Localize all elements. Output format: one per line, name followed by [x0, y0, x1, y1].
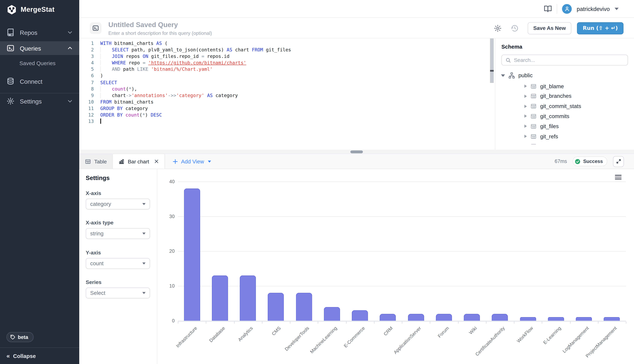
schema-table-git_commits[interactable]: git_commits	[524, 112, 569, 120]
table-icon	[530, 133, 536, 139]
editor-line[interactable]: 6)	[79, 72, 495, 79]
sql-editor[interactable]: 1WITH bitnami_charts AS (2 SELECT path, …	[79, 38, 495, 150]
tab-table[interactable]: Table	[79, 154, 113, 169]
user-menu-caret-icon[interactable]	[615, 8, 619, 10]
pane-splitter[interactable]	[79, 150, 634, 154]
line-number: 12	[79, 112, 94, 118]
x-axis-tick	[486, 322, 486, 324]
settings-title: Settings	[86, 174, 110, 181]
bar-E-Commerce[interactable]	[352, 310, 368, 321]
sidebar-item-queries[interactable]: Queries	[0, 41, 79, 55]
bar-CertificateAuthority[interactable]	[492, 314, 508, 321]
sidebar-item-settings[interactable]: Settings	[0, 94, 79, 108]
tab-bar-chart[interactable]: Bar chart	[113, 154, 165, 169]
x-axis-tick	[402, 322, 402, 324]
bar-WorkFlow[interactable]	[520, 317, 536, 321]
expand-button[interactable]	[613, 156, 624, 167]
schema-search-input[interactable]: Search...	[501, 55, 628, 66]
bar-LogManagement[interactable]	[576, 317, 592, 321]
select-caret-icon	[142, 292, 146, 294]
line-number: 9	[79, 92, 94, 98]
splitter-grip[interactable]	[350, 150, 363, 153]
line-number: 6	[79, 72, 94, 79]
line-number: 3	[79, 53, 94, 60]
editor-line[interactable]: 12ORDER BY count(*) DESC	[79, 112, 495, 118]
x-axis-tick	[430, 322, 430, 324]
select-x-axis-type[interactable]: string	[86, 228, 150, 239]
sidebar-item-saved-queries[interactable]: Saved Queries	[19, 60, 56, 66]
editor-line[interactable]: 5 AND path LIKE 'bitnami/%/Chart.yaml'	[79, 66, 495, 72]
line-number: 7	[79, 79, 94, 86]
bar-Infrastructure[interactable]	[184, 188, 200, 321]
collapse-button[interactable]: « Collapse	[0, 348, 79, 364]
beta-badge: beta	[6, 332, 34, 342]
table-label: git_branches	[540, 93, 572, 99]
editor-line[interactable]: 1WITH bitnami_charts AS (	[79, 40, 495, 46]
table-icon	[530, 113, 536, 119]
sidebar-item-connect[interactable]: Connect	[0, 74, 79, 88]
schema-table-partial[interactable]	[524, 142, 536, 144]
bar-Forum[interactable]	[436, 314, 452, 321]
beta-label: beta	[18, 334, 28, 340]
x-axis-tick	[206, 322, 206, 324]
editor-line[interactable]: 11GROUP BY category	[79, 105, 495, 112]
line-number: 8	[79, 86, 94, 92]
schema-hierarchy-icon	[508, 72, 515, 79]
schema-table-git_commit_stats[interactable]: git_commit_stats	[524, 102, 581, 110]
select-x-axis[interactable]: category	[86, 198, 150, 210]
x-axis-tick	[570, 322, 570, 324]
add-view-button[interactable]: Add View	[172, 154, 211, 169]
chevron-down-icon	[67, 30, 73, 35]
caret-right-icon	[524, 104, 527, 108]
chart-menu-icon[interactable]	[615, 175, 622, 180]
book-icon	[6, 28, 14, 36]
table-label: git_refs	[540, 133, 558, 139]
query-history-icon[interactable]	[511, 24, 519, 32]
bar-DeveloperTools[interactable]	[296, 293, 312, 321]
bar-CRM[interactable]	[380, 314, 396, 321]
avatar[interactable]	[562, 4, 572, 14]
schema-node-public[interactable]: public	[501, 72, 532, 79]
bar-E-Learning[interactable]	[548, 317, 564, 321]
query-settings-gear-icon[interactable]	[494, 24, 502, 32]
bar-Wiki[interactable]	[464, 314, 480, 321]
editor-line[interactable]: 9 chart->'annotations'->>'category' AS c…	[79, 92, 495, 98]
bar-Database[interactable]	[212, 276, 228, 321]
schema-table-git_refs[interactable]: git_refs	[524, 132, 558, 141]
bar-CMS[interactable]	[268, 293, 284, 321]
query-title-input[interactable]: Untitled Saved Query	[108, 21, 178, 29]
schema-table-git_blame[interactable]: git_blame	[524, 82, 564, 90]
editor-scrollbar[interactable]	[490, 38, 494, 83]
editor-line[interactable]: 8 count(*),	[79, 86, 495, 92]
save-as-new-button[interactable]: Save As New	[528, 22, 572, 34]
x-axis-tick	[262, 322, 262, 324]
bar-Analytics[interactable]	[240, 276, 256, 321]
select-series[interactable]: Select	[86, 288, 150, 299]
select-y-axis[interactable]: count	[86, 258, 150, 269]
editor-line[interactable]: 4 WHERE repo = 'https://github.com/bitna…	[79, 60, 495, 66]
query-description-input[interactable]: Enter a short description for this query…	[108, 30, 212, 36]
editor-line[interactable]: 13	[79, 118, 495, 124]
docs-book-icon[interactable]	[544, 5, 552, 13]
close-icon[interactable]	[154, 159, 159, 164]
table-label: git_commit_stats	[540, 103, 581, 109]
tab-label: Bar chart	[128, 158, 149, 164]
bar-ProjectManagement[interactable]	[604, 317, 620, 321]
bar-MachineLearning[interactable]	[324, 307, 340, 321]
caret-down-icon	[501, 74, 505, 77]
schema-table-git_branches[interactable]: git_branches	[524, 92, 572, 100]
tab-label: Table	[94, 158, 107, 164]
editor-line[interactable]: 7SELECT	[79, 79, 495, 86]
main-area: patrickdevivo Untitled Saved Query Enter…	[79, 0, 634, 364]
run-button[interactable]: Run (⇧ + ↵)	[577, 22, 624, 34]
schema-table-git_files[interactable]: git_files	[524, 122, 558, 130]
editor-line[interactable]: 2 SELECT path, plv8_yaml_to_json(content…	[79, 46, 495, 53]
bar-ApplicationServer[interactable]	[408, 314, 424, 321]
x-axis-tick	[318, 322, 318, 324]
x-axis-tick	[234, 322, 234, 324]
editor-line[interactable]: 3 JOIN repos ON git_files.repo_id = repo…	[79, 53, 495, 60]
mergestat-logo[interactable]: MergeStat	[6, 4, 55, 15]
editor-line[interactable]: 10FROM bitnami_charts	[79, 98, 495, 105]
sidebar-item-repos[interactable]: Repos	[0, 26, 79, 39]
username[interactable]: patrickdevivo	[577, 6, 610, 12]
